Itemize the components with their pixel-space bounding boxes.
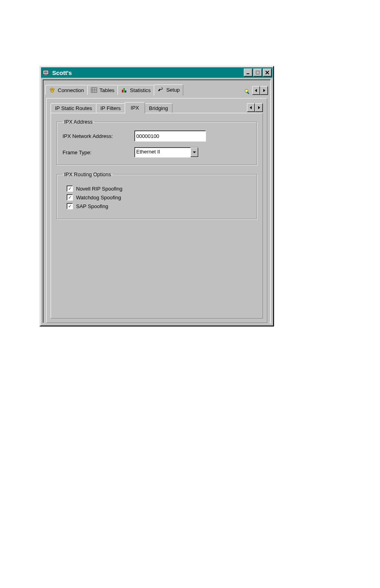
ipx-address-legend: IPX Address — [63, 119, 94, 125]
tab-setup[interactable]: Setup — [154, 85, 183, 96]
svg-rect-6 — [91, 88, 97, 92]
ipx-network-label: IPX Network Address: — [63, 133, 134, 139]
checkbox-novell-rip[interactable]: ✓ — [67, 185, 73, 192]
ipx-panel: IPX Address IPX Network Address: Frame T… — [51, 113, 263, 319]
ipx-routing-group: IPX Routing Options ✓ Novell RIP Spoofin… — [57, 171, 257, 219]
checkbox-watchdog[interactable]: ✓ — [67, 194, 73, 201]
ipx-network-input[interactable] — [134, 130, 206, 142]
svg-rect-3 — [247, 73, 249, 74]
main-panel: IP Static Routes IP Filters IPX Bridging — [46, 98, 267, 323]
svg-rect-1 — [44, 71, 47, 74]
tabs-scroll-left[interactable] — [252, 86, 260, 95]
svg-rect-5 — [51, 90, 53, 92]
svg-rect-2 — [45, 75, 47, 75]
ipx-address-group: IPX Address IPX Network Address: Frame T… — [57, 119, 257, 165]
checkbox-label: Watchdog Spoofing — [76, 195, 121, 201]
tabs-scroll-right[interactable] — [260, 86, 268, 95]
subtab-label: Bridging — [149, 105, 168, 111]
frame-type-value: Ethernet II — [135, 147, 190, 157]
tab-tables[interactable]: Tables — [87, 85, 118, 95]
window-title: Scott's — [52, 69, 243, 76]
subtabs-scroll-left[interactable] — [247, 103, 255, 112]
tab-label: Statistics — [130, 87, 151, 93]
sub-tabstrip: IP Static Routes IP Filters IPX Bridging — [51, 102, 263, 113]
subtab-label: IP Filters — [100, 105, 121, 111]
tab-label: Tables — [100, 87, 115, 93]
titlebar: Scott's — [41, 67, 272, 78]
chevron-down-icon[interactable] — [190, 147, 198, 157]
checkbox-label: Novell RIP Spoofing — [76, 186, 122, 192]
subtab-bridging[interactable]: Bridging — [145, 103, 172, 113]
minimize-button[interactable] — [244, 69, 253, 77]
subtab-label: IPX — [131, 105, 139, 111]
subtab-ip-filters[interactable]: IP Filters — [96, 103, 125, 113]
svg-rect-13 — [125, 90, 126, 92]
subtab-ip-static-routes[interactable]: IP Static Routes — [51, 103, 96, 113]
frame-type-select[interactable]: Ethernet II — [134, 147, 199, 157]
phone-icon — [49, 87, 55, 93]
close-button[interactable] — [263, 69, 272, 77]
svg-rect-15 — [247, 92, 249, 94]
subtab-label: IP Static Routes — [55, 105, 92, 111]
help-icon[interactable] — [244, 88, 251, 95]
tab-connection[interactable]: Connection — [45, 85, 88, 95]
subtabs-scroll-right[interactable] — [255, 103, 263, 112]
subtab-ipx[interactable]: IPX — [125, 102, 145, 114]
checkbox-label: SAP Spoofing — [76, 203, 108, 209]
app-icon — [43, 69, 50, 76]
svg-rect-4 — [256, 71, 259, 74]
wrench-icon — [157, 87, 164, 93]
tab-label: Connection — [58, 87, 84, 93]
frame-type-label: Frame Type: — [63, 149, 134, 155]
tab-label: Setup — [166, 87, 180, 93]
tab-statistics[interactable]: Statistics — [118, 85, 154, 95]
tables-icon — [91, 87, 97, 93]
checkbox-sap[interactable]: ✓ — [67, 203, 73, 209]
svg-rect-12 — [123, 88, 125, 92]
maximize-button — [253, 69, 262, 77]
chart-icon — [121, 87, 127, 93]
ipx-routing-legend: IPX Routing Options — [63, 171, 113, 177]
main-tabstrip: Connection Tables — [45, 84, 268, 95]
window: Scott's — [39, 66, 274, 326]
svg-rect-11 — [122, 90, 123, 92]
